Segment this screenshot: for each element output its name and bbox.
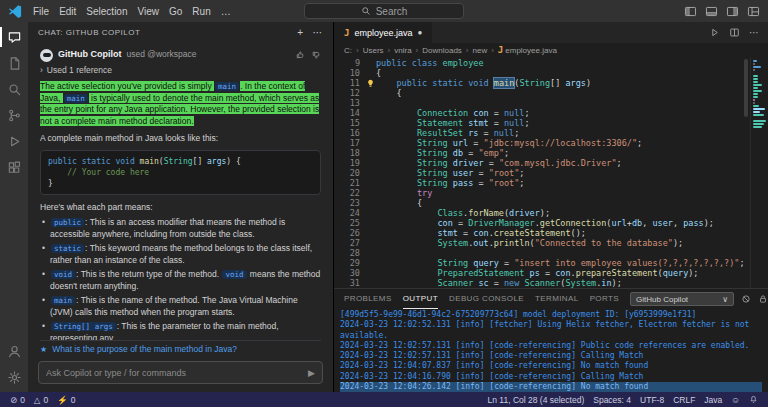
code-text: { — [376, 88, 402, 98]
chat-answer-intro: The active selection you've provided is … — [40, 81, 321, 127]
chat-bullet: •String[] args: This is the parameter to… — [40, 321, 321, 340]
line-number: 18 — [334, 148, 364, 158]
toggle-primary-sidebar-icon[interactable] — [684, 5, 697, 18]
status-errors-count: 0 — [20, 395, 25, 405]
breadcrumb-item[interactable]: C: — [344, 46, 352, 55]
titlebar: FileEditSelectionViewGoRun… Search — [0, 0, 768, 22]
references-toggle[interactable]: › Used 1 reference — [40, 64, 321, 78]
panel-tab-debug-console[interactable]: DEBUG CONSOLE — [449, 289, 524, 309]
ports-forwarded-icon: ⚡ — [57, 395, 68, 405]
status-language-mode[interactable]: Java — [704, 395, 722, 405]
chat-input[interactable] — [46, 368, 303, 378]
status-eol[interactable]: CRLF — [673, 395, 695, 405]
toggle-panel-icon[interactable] — [705, 5, 718, 18]
customize-layout-icon[interactable] — [747, 5, 760, 18]
editor-scrollbar[interactable] — [744, 59, 748, 117]
inline-code-chip: public — [51, 218, 84, 227]
inline-code-chip: String[] args — [51, 322, 116, 331]
chat-bullet: •public: This is an access modifier that… — [40, 217, 321, 240]
chat-paragraph: A complete main method in Java looks lik… — [40, 133, 321, 145]
copilot-chat-panel: CHAT: GITHUB COPILOT + ⋯ GitHub Copilot … — [28, 22, 334, 392]
output-channel-select[interactable]: GitHub Copilot ∨ — [630, 292, 734, 306]
menu-item-run[interactable]: Run — [187, 4, 215, 19]
lightbulb-icon[interactable] — [364, 78, 376, 88]
bulb-spacer — [364, 88, 376, 98]
bottom-panel: PROBLEMSOUTPUTDEBUG CONSOLETERMINALPORTS… — [334, 288, 768, 392]
breadcrumb-item[interactable]: Jemployee.java — [498, 45, 557, 55]
send-icon[interactable]: ▶ — [308, 368, 315, 378]
menu-item-go[interactable]: Go — [164, 4, 187, 19]
breadcrumb-item[interactable]: Downloads — [422, 46, 462, 55]
code-text: PreparedStatement ps = con.prepareStatem… — [376, 268, 699, 278]
breadcrumb-item[interactable]: vnira — [394, 46, 411, 55]
extensions-icon — [7, 160, 22, 175]
vscode-logo — [8, 4, 25, 19]
lock-scroll-icon[interactable] — [758, 294, 768, 304]
split-editor-icon[interactable] — [729, 27, 740, 38]
status-cursor-position[interactable]: Ln 11, Col 28 (4 selected) — [488, 395, 585, 405]
command-center-search[interactable]: Search — [304, 3, 464, 19]
status-encoding[interactable]: UTF-8 — [640, 395, 664, 405]
more-editor-actions-icon[interactable]: ⋯ — [749, 27, 759, 38]
menubar: FileEditSelectionViewGoRun… — [28, 4, 236, 19]
status-errors[interactable]: ⊘0 — [10, 395, 25, 405]
answer-text: : This is the name of the method. The Ja… — [50, 295, 298, 317]
toggle-secondary-sidebar-icon[interactable] — [726, 5, 739, 18]
thumbs-down-icon[interactable] — [311, 50, 321, 60]
activity-item-source-control[interactable] — [0, 102, 28, 128]
code-line: 25 con = DriverManager.getConnection(url… — [334, 218, 750, 228]
code-line: 29 String query = "insert into employee … — [334, 258, 750, 268]
bulb-spacer — [364, 178, 376, 188]
code-line: 26 stmt = con.createStatement(); — [334, 228, 750, 238]
chat-bullets: •public: This is an access modifier that… — [40, 217, 321, 340]
status-right: Ln 11, Col 28 (4 selected)Spaces: 4UTF-8… — [488, 395, 758, 405]
status-warnings[interactable]: △0 — [34, 395, 48, 405]
menu-item-file[interactable]: File — [28, 4, 54, 19]
code-line: 11 public static void main(String[] args… — [334, 78, 750, 88]
status-ports-forwarded[interactable]: ⚡0 — [57, 395, 75, 405]
menu-item-edit[interactable]: Edit — [54, 4, 81, 19]
status-left: ⊘0△0⚡0 — [10, 395, 75, 405]
run-debug-icon — [7, 134, 22, 149]
followup-suggestion[interactable]: ★ What is the purpose of the main method… — [40, 340, 321, 357]
panel-tab-output[interactable]: OUTPUT — [403, 289, 438, 309]
minimap[interactable] — [750, 58, 768, 288]
activity-item-copilot-chat[interactable] — [0, 24, 28, 50]
breadcrumb-item[interactable]: Users — [363, 46, 384, 55]
clear-output-icon[interactable] — [741, 294, 751, 304]
activity-item-search[interactable] — [0, 76, 28, 102]
status-indentation[interactable]: Spaces: 4 — [593, 395, 631, 405]
panel-tab-problems[interactable]: PROBLEMS — [344, 289, 392, 309]
code-line: 20 String user = "root"; — [334, 168, 750, 178]
code-line: 13 — [334, 98, 750, 108]
activity-item-account[interactable] — [0, 338, 28, 364]
activity-item-extensions[interactable] — [0, 154, 28, 180]
thumbs-up-icon[interactable] — [295, 50, 305, 60]
activity-item-settings[interactable] — [0, 364, 28, 390]
run-java-icon[interactable] — [709, 27, 720, 38]
new-chat-icon[interactable]: + — [297, 27, 303, 38]
menu-item-view[interactable]: View — [133, 4, 165, 19]
chat-more-actions-icon[interactable]: ⋯ — [313, 27, 324, 38]
code-line: 15 Statement stmt = null; — [334, 118, 750, 128]
menu-item-selection[interactable]: Selection — [81, 4, 132, 19]
menu-item-more[interactable]: … — [216, 4, 236, 19]
feedback-smiley-icon[interactable]: ☺ — [731, 395, 740, 405]
notifications-bell-icon[interactable] — [749, 395, 758, 404]
chat-message-area: GitHub Copilot used @workspace › Used 1 … — [28, 42, 333, 340]
code-line: 30 PreparedStatement ps = con.prepareSta… — [334, 268, 750, 278]
code-line: 21 String pass = "root"; — [334, 178, 750, 188]
activity-item-explorer[interactable] — [0, 50, 28, 76]
breadcrumb-separator: › — [466, 46, 469, 55]
tab-employee-java[interactable]: J employee.java ● — [334, 22, 432, 43]
activity-item-run-debug[interactable] — [0, 128, 28, 154]
panel-tab-terminal[interactable]: TERMINAL — [535, 289, 579, 309]
log-line: 2024-03-23 12:02:57.131 [info] [code-ref… — [340, 341, 762, 351]
minimap-line — [753, 117, 766, 119]
line-number: 29 — [334, 258, 364, 268]
code-editor[interactable]: 9public class employee10{11 public stati… — [334, 58, 750, 288]
breadcrumb-item[interactable]: new — [473, 46, 488, 55]
settings-icon — [7, 370, 22, 385]
panel-tab-ports[interactable]: PORTS — [590, 289, 619, 309]
code-line: 12 { — [334, 88, 750, 98]
